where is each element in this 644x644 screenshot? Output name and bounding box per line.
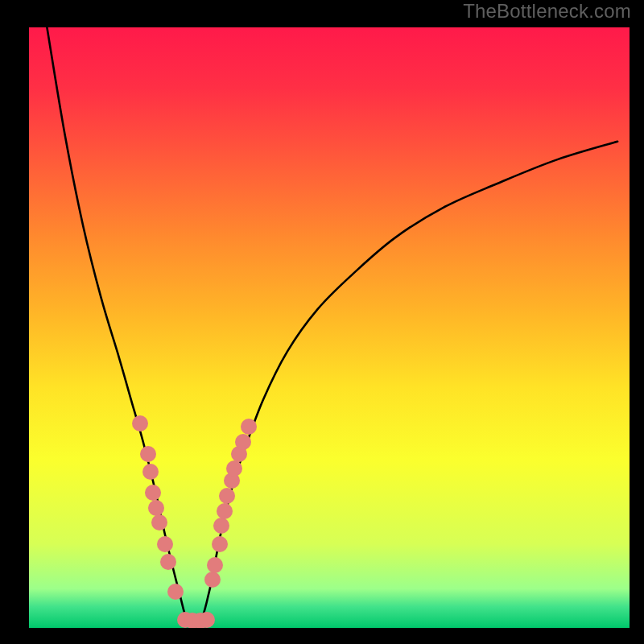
data-point-dot: [241, 419, 257, 435]
data-point-dot: [157, 536, 173, 552]
data-point-dot: [217, 503, 233, 519]
scatter-dots-layer: [29, 27, 630, 628]
data-point-dot: [226, 460, 242, 477]
data-point-dot: [213, 518, 229, 534]
data-point-dot: [148, 500, 164, 516]
data-point-dot: [219, 488, 235, 504]
data-point-dot: [235, 434, 251, 450]
data-point-dot: [145, 485, 161, 501]
watermark-text: TheBottleneck.com: [463, 0, 631, 23]
data-point-dot: [212, 536, 228, 552]
data-point-dot: [204, 572, 221, 588]
plot-area: [29, 27, 630, 628]
data-point-dot: [132, 415, 148, 431]
data-point-dot: [140, 446, 156, 462]
data-point-dot: [207, 557, 223, 573]
data-point-dot: [167, 584, 184, 600]
data-point-dot: [199, 612, 215, 628]
data-point-dot: [142, 464, 159, 480]
data-point-dot: [151, 514, 167, 530]
data-point-dot: [160, 554, 176, 570]
